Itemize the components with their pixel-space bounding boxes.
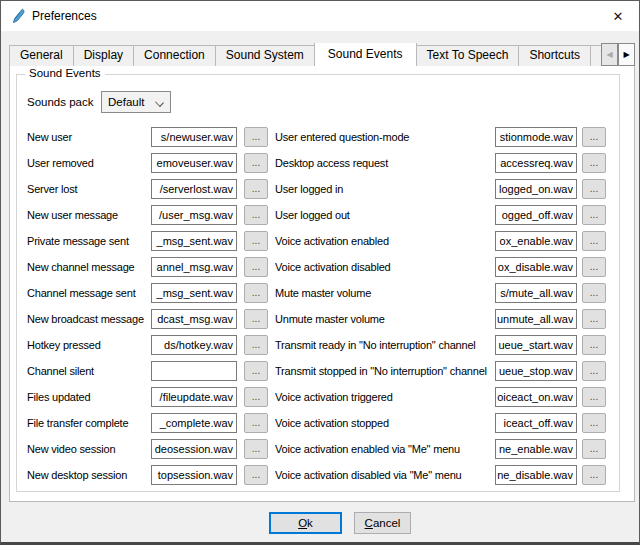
browse-button[interactable]: ... xyxy=(582,387,606,407)
tab-general[interactable]: General xyxy=(9,45,74,66)
event-label: File transfer complete xyxy=(27,417,151,429)
event-label: Mute master volume xyxy=(275,287,495,299)
browse-button[interactable]: ... xyxy=(244,257,268,277)
sound-file-input[interactable] xyxy=(151,361,237,381)
tab-display[interactable]: Display xyxy=(73,45,134,66)
browse-button[interactable]: ... xyxy=(244,387,268,407)
event-label: Channel message sent xyxy=(27,287,151,299)
tab-scroll-right-button[interactable]: ▶ xyxy=(618,43,635,66)
sound-file-input[interactable] xyxy=(151,127,237,147)
event-label: Voice activation disabled via "Me" menu xyxy=(275,469,495,481)
browse-button[interactable]: ... xyxy=(582,361,606,381)
sound-event-row: Channel message sent...Mute master volum… xyxy=(27,283,615,303)
sound-file-input[interactable] xyxy=(151,153,237,173)
sound-file-input[interactable] xyxy=(495,465,577,485)
sound-file-input[interactable] xyxy=(151,413,237,433)
arrow-right-icon: ▶ xyxy=(623,50,629,59)
browse-button[interactable]: ... xyxy=(244,335,268,355)
sound-file-input[interactable] xyxy=(495,413,577,433)
sound-file-input[interactable] xyxy=(151,257,237,277)
event-label: Channel silent xyxy=(27,365,151,377)
sound-file-input[interactable] xyxy=(151,309,237,329)
cancel-button[interactable]: Cancel xyxy=(354,512,411,534)
browse-button[interactable]: ... xyxy=(244,231,268,251)
sound-event-row: New video session...Voice activation ena… xyxy=(27,439,615,459)
browse-button[interactable]: ... xyxy=(244,309,268,329)
event-label: Desktop access request xyxy=(275,157,495,169)
sound-file-input[interactable] xyxy=(495,283,577,303)
teamtalk-feather-icon xyxy=(10,8,26,24)
sound-file-input[interactable] xyxy=(495,231,577,251)
browse-button[interactable]: ... xyxy=(582,309,606,329)
event-label: New channel message xyxy=(27,261,151,273)
browse-button[interactable]: ... xyxy=(582,127,606,147)
groupbox-title: Sound Events xyxy=(25,67,105,79)
browse-button[interactable]: ... xyxy=(582,257,606,277)
event-label: Unmute master volume xyxy=(275,313,495,325)
sounds-pack-select[interactable]: Default xyxy=(101,91,171,113)
browse-button[interactable]: ... xyxy=(582,179,606,199)
browse-button[interactable]: ... xyxy=(244,465,268,485)
sound-file-input[interactable] xyxy=(495,257,577,277)
tab-text-to-speech[interactable]: Text To Speech xyxy=(416,45,520,66)
event-label: Voice activation triggered xyxy=(275,391,495,403)
sound-file-input[interactable] xyxy=(495,309,577,329)
browse-button[interactable]: ... xyxy=(244,205,268,225)
browse-button[interactable]: ... xyxy=(582,231,606,251)
browse-button[interactable]: ... xyxy=(244,127,268,147)
browse-button[interactable]: ... xyxy=(582,335,606,355)
event-label: Transmit stopped in "No interruption" ch… xyxy=(275,365,495,377)
browse-button[interactable]: ... xyxy=(582,465,606,485)
sound-file-input[interactable] xyxy=(495,361,577,381)
tab-sound-system[interactable]: Sound System xyxy=(215,45,315,66)
titlebar: Preferences ✕ xyxy=(1,1,639,31)
browse-button[interactable]: ... xyxy=(244,283,268,303)
sound-file-input[interactable] xyxy=(495,335,577,355)
browse-button[interactable]: ... xyxy=(582,439,606,459)
close-icon: ✕ xyxy=(613,9,624,24)
sound-file-input[interactable] xyxy=(151,205,237,225)
sound-file-input[interactable] xyxy=(495,439,577,459)
sound-file-input[interactable] xyxy=(151,283,237,303)
sound-event-row: Private message sent...Voice activation … xyxy=(27,231,615,251)
sound-event-row: Hotkey pressed...Transmit ready in "No i… xyxy=(27,335,615,355)
cancel-button-label: Cancel xyxy=(355,517,410,529)
event-label: User entered question-mode xyxy=(275,131,495,143)
tab-sound-events[interactable]: Sound Events xyxy=(314,43,417,66)
ok-button[interactable]: Ok xyxy=(269,512,342,534)
sound-file-input[interactable] xyxy=(495,153,577,173)
sound-file-input[interactable] xyxy=(495,205,577,225)
ok-button-label: Ok xyxy=(271,517,340,529)
browse-button[interactable]: ... xyxy=(582,413,606,433)
event-label: Voice activation enabled xyxy=(275,235,495,247)
sound-events-groupbox: Sound Events Sounds pack Default New use… xyxy=(16,74,620,492)
tab-connection[interactable]: Connection xyxy=(133,45,216,66)
sound-file-input[interactable] xyxy=(495,127,577,147)
browse-button[interactable]: ... xyxy=(582,205,606,225)
browse-button[interactable]: ... xyxy=(244,361,268,381)
browse-button[interactable]: ... xyxy=(582,153,606,173)
sound-file-input[interactable] xyxy=(495,179,577,199)
event-label: New video session xyxy=(27,443,151,455)
sound-file-input[interactable] xyxy=(495,387,577,407)
sound-event-rows: New user...User entered question-mode...… xyxy=(27,127,615,491)
event-label: New user xyxy=(27,131,151,143)
sound-file-input[interactable] xyxy=(151,387,237,407)
close-button[interactable]: ✕ xyxy=(597,1,639,31)
tab-shortcuts[interactable]: Shortcuts xyxy=(518,45,591,66)
sound-file-input[interactable] xyxy=(151,335,237,355)
browse-button[interactable]: ... xyxy=(244,413,268,433)
sound-file-input[interactable] xyxy=(151,179,237,199)
tab-scroll-left-button[interactable]: ◀ xyxy=(601,43,618,66)
browse-button[interactable]: ... xyxy=(244,153,268,173)
event-label: New desktop session xyxy=(27,469,151,481)
sounds-pack-value: Default xyxy=(102,96,144,108)
sound-event-row: New desktop session...Voice activation d… xyxy=(27,465,615,485)
browse-button[interactable]: ... xyxy=(244,439,268,459)
event-label: New broadcast message xyxy=(27,313,151,325)
sound-file-input[interactable] xyxy=(151,231,237,251)
sound-file-input[interactable] xyxy=(151,465,237,485)
browse-button[interactable]: ... xyxy=(244,179,268,199)
sound-file-input[interactable] xyxy=(151,439,237,459)
browse-button[interactable]: ... xyxy=(582,283,606,303)
